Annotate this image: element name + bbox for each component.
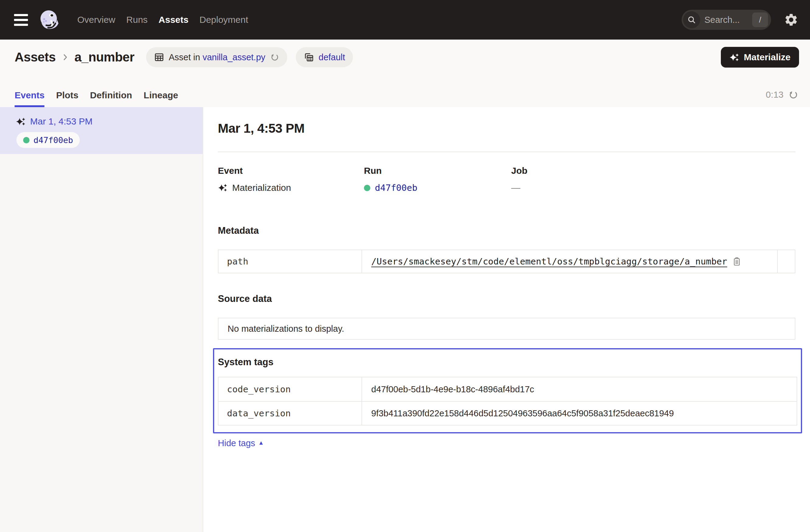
materialize-button[interactable]: Materialize [721,47,799,68]
search-shortcut-key: / [752,13,768,27]
event-title: Mar 1, 4:53 PM [218,121,795,136]
event-list-item[interactable]: Mar 1, 4:53 PM d47f00eb [0,107,202,154]
nav-item-overview[interactable]: Overview [77,15,115,25]
reload-icon[interactable] [270,53,279,62]
page-header: Assets a_number Asset in vanilla_asset.p… [0,39,810,107]
event-details-panel: Mar 1, 4:53 PM Event Materialization Run… [203,107,810,532]
metadata-action-cell [777,250,795,273]
primary-nav: Overview Runs Assets Deployment [77,15,248,25]
asset-group-badge[interactable]: default [296,47,353,67]
table-row: path /Users/smackesey/stm/code/elementl/… [218,250,795,273]
nav-item-runs[interactable]: Runs [126,15,148,25]
refresh-icon[interactable] [789,90,798,100]
breadcrumb: Assets a_number Asset in vanilla_asset.p… [15,47,799,68]
source-data-section: Source data No materializations to displ… [218,293,795,340]
search-icon [683,11,700,28]
sparkle-icon [729,52,740,62]
tab-plots[interactable]: Plots [56,90,78,107]
chevron-right-icon [61,53,70,62]
tab-definition[interactable]: Definition [90,90,132,107]
materialize-label: Materialize [744,52,791,62]
metadata-section: Metadata path /Users/smackesey/stm/code/… [218,225,795,273]
run-status-dot [23,137,30,143]
asset-group-link[interactable]: default [319,52,345,62]
asset-definition-badge[interactable]: Asset in vanilla_asset.py [146,47,288,67]
dagster-logo[interactable] [37,7,62,32]
metadata-table: path /Users/smackesey/stm/code/elementl/… [218,249,795,273]
event-label: Event [218,165,364,176]
run-id-badge[interactable]: d47f00eb [16,132,80,148]
asset-group-icon [304,52,314,62]
top-nav: Overview Runs Assets Deployment / [0,0,810,39]
run-label: Run [364,165,511,176]
search-input[interactable] [700,15,752,25]
tag-value-code-version: d47f00eb-5d1b-4e9e-b18c-4896af4bd17c [362,377,797,401]
table-row: code_version d47f00eb-5d1b-4e9e-b18c-489… [218,377,797,401]
gear-icon[interactable] [784,13,798,27]
menu-icon[interactable] [14,14,28,26]
search-bar[interactable]: / [682,10,771,30]
empty-message: No materializations to display. [228,324,344,334]
events-sidebar: Mar 1, 4:53 PM d47f00eb [0,107,203,532]
hide-tags-label: Hide tags [218,438,255,448]
refresh-countdown: 0:13 [766,90,783,100]
event-timestamp[interactable]: Mar 1, 4:53 PM [30,116,93,127]
run-id-label: d47f00eb [33,135,73,145]
tab-events[interactable]: Events [15,90,45,107]
table-row: data_version 9f3b411a390fd22e158d446d5d1… [218,401,797,425]
asset-file-link[interactable]: vanilla_asset.py [202,52,265,62]
asset-table-icon [154,52,164,62]
page-title: a_number [75,50,134,65]
nav-item-assets[interactable]: Assets [159,15,188,25]
job-empty-value: — [511,182,520,193]
copy-icon[interactable] [732,257,742,266]
materialization-sparkle-icon [16,116,26,127]
caret-up-icon: ▲ [258,439,264,446]
tag-key-code-version: code_version [218,377,362,401]
metadata-key: path [218,250,362,273]
breadcrumb-assets[interactable]: Assets [15,50,56,65]
divider [218,151,795,152]
run-status-dot [364,185,370,191]
source-data-heading: Source data [218,293,795,304]
event-type-value: Materialization [232,182,291,193]
tab-lineage[interactable]: Lineage [144,90,178,107]
materialization-sparkle-icon [218,183,228,193]
refresh-timer: 0:13 [766,90,798,100]
tag-key-data-version: data_version [218,402,362,425]
source-data-empty-state: No materializations to display. [218,318,795,340]
asset-tabs: Events Plots Definition Lineage [15,90,178,107]
metadata-heading: Metadata [218,225,795,236]
event-info-grid: Event Materialization Run d47f00eb Job — [218,165,795,193]
system-tags-heading: System tags [218,357,797,368]
hide-tags-link[interactable]: Hide tags ▲ [218,438,264,448]
nav-item-deployment[interactable]: Deployment [199,15,248,25]
system-tags-section: System tags code_version d47f00eb-5d1b-4… [213,348,802,433]
asset-badge-prefix: Asset in [169,52,200,62]
system-tags-table: code_version d47f00eb-5d1b-4e9e-b18c-489… [218,377,797,425]
tag-value-data-version: 9f3b411a390fd22e158d446d5d12504963596aa6… [362,402,797,425]
job-label: Job [511,165,795,176]
path-link[interactable]: /Users/smackesey/stm/code/elementl/oss/t… [371,256,727,267]
run-id-link[interactable]: d47f00eb [375,182,418,193]
